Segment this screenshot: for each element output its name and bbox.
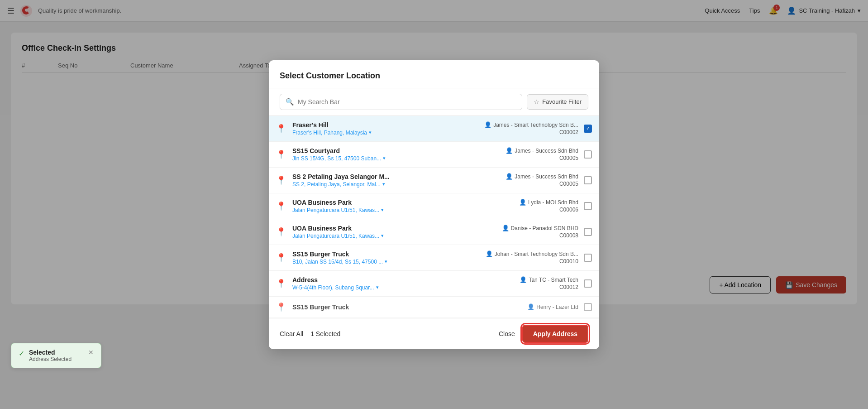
location-info: SS 2 Petaling Jaya Selangor M... SS 2, P… xyxy=(292,173,482,188)
person-icon: 👤 xyxy=(527,303,534,310)
modal-title: Select Customer Location xyxy=(269,60,599,88)
location-code: C00005 xyxy=(559,155,578,161)
modal-overlay: Select Customer Location 🔍 ☆ Favourite F… xyxy=(0,0,868,409)
search-icon: 🔍 xyxy=(286,98,294,106)
location-code: C00010 xyxy=(559,258,578,265)
person-icon: 👤 xyxy=(520,276,527,283)
location-name: SS 2 Petaling Jaya Selangor M... xyxy=(292,173,482,180)
location-checkbox[interactable] xyxy=(584,279,592,288)
favourite-filter-button[interactable]: ☆ Favourite Filter xyxy=(527,94,588,110)
location-checkbox[interactable] xyxy=(584,176,592,184)
list-item[interactable]: 📍 SS15 Burger Truck B10, Jalan SS 15/4d,… xyxy=(269,245,599,271)
address-chevron-icon[interactable]: ▾ xyxy=(382,181,385,187)
list-item[interactable]: 📍 Address W-5-4(4th Floor), Subang Squar… xyxy=(269,271,599,297)
location-code: C00002 xyxy=(559,129,578,135)
list-item[interactable]: 📍 Fraser's Hill Fraser's Hill, Pahang, M… xyxy=(269,116,599,142)
pin-icon: 📍 xyxy=(276,279,286,289)
pin-icon: 📍 xyxy=(276,124,286,134)
location-person: 👤 Lydia - MOI Sdn Bhd xyxy=(519,199,578,206)
address-chevron-icon[interactable]: ▾ xyxy=(385,259,387,265)
address-chevron-icon[interactable]: ▾ xyxy=(383,155,386,161)
close-button[interactable]: Close xyxy=(499,330,515,337)
pin-icon: 📍 xyxy=(276,227,286,237)
location-checkbox[interactable] xyxy=(584,254,592,262)
location-address: Jalan Pengaturcara U1/51, Kawas... ▾ xyxy=(292,233,482,239)
person-icon: 👤 xyxy=(486,250,493,257)
address-chevron-icon[interactable]: ▾ xyxy=(381,207,384,213)
person-icon: 👤 xyxy=(502,225,509,231)
location-code: C00008 xyxy=(559,232,578,239)
list-item[interactable]: 📍 SS15 Burger Truck 👤 Henry - Lazer Ltd xyxy=(269,297,599,318)
modal-search-section: 🔍 ☆ Favourite Filter xyxy=(269,88,599,115)
location-person: 👤 Tan TC - Smart Tech xyxy=(520,276,578,283)
search-input[interactable] xyxy=(298,98,516,106)
location-person: 👤 James - Success Sdn Bhd xyxy=(506,147,578,154)
person-icon: 👤 xyxy=(519,199,526,206)
person-icon: 👤 xyxy=(506,147,513,154)
location-info: Fraser's Hill Fraser's Hill, Pahang, Mal… xyxy=(292,121,479,136)
success-toast: ✓ Selected Address Selected ✕ xyxy=(11,343,101,368)
location-checkbox[interactable] xyxy=(584,150,592,159)
modal-footer: Clear All 1 Selected Close Apply Address xyxy=(269,318,599,349)
toast-close-button[interactable]: ✕ xyxy=(88,349,94,356)
location-checkbox[interactable] xyxy=(584,303,592,311)
toast-title: Selected xyxy=(29,349,84,356)
list-item[interactable]: 📍 SS 2 Petaling Jaya Selangor M... SS 2,… xyxy=(269,168,599,193)
location-address: W-5-4(4th Floor), Subang Squar... ▾ xyxy=(292,284,482,291)
location-code: C00012 xyxy=(559,284,578,290)
pin-icon: 📍 xyxy=(276,253,286,263)
location-code: C00006 xyxy=(559,207,578,213)
toast-content: Selected Address Selected xyxy=(29,349,84,362)
location-name: Fraser's Hill xyxy=(292,121,479,129)
location-name: Address xyxy=(292,276,482,284)
location-right: 👤 James - Success Sdn Bhd C00005 xyxy=(488,173,578,187)
pin-icon: 📍 xyxy=(276,175,286,185)
pin-icon: 📍 xyxy=(276,302,286,312)
location-right: 👤 Johan - Smart Technology Sdn B... C000… xyxy=(486,250,578,265)
location-list: 📍 Fraser's Hill Fraser's Hill, Pahang, M… xyxy=(269,115,599,318)
location-address: Jln SS 15/4G, Ss 15, 47500 Suban... ▾ xyxy=(292,155,482,162)
location-name: SS15 Burger Truck xyxy=(292,250,480,258)
location-right: 👤 Tan TC - Smart Tech C00012 xyxy=(488,276,578,290)
address-chevron-icon[interactable]: ▾ xyxy=(381,233,384,239)
pin-icon: 📍 xyxy=(276,201,286,211)
location-info: Address W-5-4(4th Floor), Subang Squar..… xyxy=(292,276,482,291)
list-item[interactable]: 📍 UOA Business Park Jalan Pengaturcara U… xyxy=(269,219,599,245)
location-person: 👤 Johan - Smart Technology Sdn B... xyxy=(486,250,578,257)
list-item[interactable]: 📍 UOA Business Park Jalan Pengaturcara U… xyxy=(269,193,599,219)
location-name: SS15 Burger Truck xyxy=(292,303,482,311)
apply-address-button[interactable]: Apply Address xyxy=(522,325,588,343)
location-person: 👤 Henry - Lazer Ltd xyxy=(527,303,578,310)
check-icon: ✓ xyxy=(19,349,24,358)
location-name: UOA Business Park xyxy=(292,199,482,206)
list-item[interactable]: 📍 SS15 Courtyard Jln SS 15/4G, Ss 15, 47… xyxy=(269,142,599,168)
selected-count: 1 Selected xyxy=(310,330,491,337)
location-info: UOA Business Park Jalan Pengaturcara U1/… xyxy=(292,225,482,239)
location-address: Jalan Pengaturcara U1/51, Kawas... ▾ xyxy=(292,207,482,213)
location-info: SS15 Burger Truck B10, Jalan SS 15/4d, S… xyxy=(292,250,480,265)
location-address: Fraser's Hill, Pahang, Malaysia ▾ xyxy=(292,130,479,136)
location-right: 👤 Danise - Panadol SDN BHD C00008 xyxy=(488,225,578,239)
location-right: 👤 Lydia - MOI Sdn Bhd C00006 xyxy=(488,199,578,213)
clear-all-button[interactable]: Clear All xyxy=(280,330,303,337)
location-info: UOA Business Park Jalan Pengaturcara U1/… xyxy=(292,199,482,213)
address-chevron-icon[interactable]: ▾ xyxy=(369,130,372,135)
location-code: C00005 xyxy=(559,181,578,187)
address-chevron-icon[interactable]: ▾ xyxy=(376,284,379,290)
toast-subtitle: Address Selected xyxy=(29,356,84,362)
person-icon: 👤 xyxy=(484,121,491,128)
search-input-wrap[interactable]: 🔍 xyxy=(280,94,522,110)
person-icon: 👤 xyxy=(506,173,513,180)
location-checkbox[interactable] xyxy=(584,228,592,236)
location-info: SS15 Burger Truck xyxy=(292,303,482,311)
location-person: 👤 Danise - Panadol SDN BHD xyxy=(502,225,578,231)
location-name: UOA Business Park xyxy=(292,225,482,232)
pin-icon: 📍 xyxy=(276,149,286,159)
location-name: SS15 Courtyard xyxy=(292,147,482,154)
select-customer-location-modal: Select Customer Location 🔍 ☆ Favourite F… xyxy=(269,60,599,349)
location-checkbox[interactable]: ✓ xyxy=(584,125,592,133)
location-address: SS 2, Petaling Jaya, Selangor, Mal... ▾ xyxy=(292,181,482,188)
star-icon: ☆ xyxy=(534,98,539,106)
location-checkbox[interactable] xyxy=(584,202,592,210)
location-address: B10, Jalan SS 15/4d, Ss 15, 47500 ... ▾ xyxy=(292,259,480,265)
